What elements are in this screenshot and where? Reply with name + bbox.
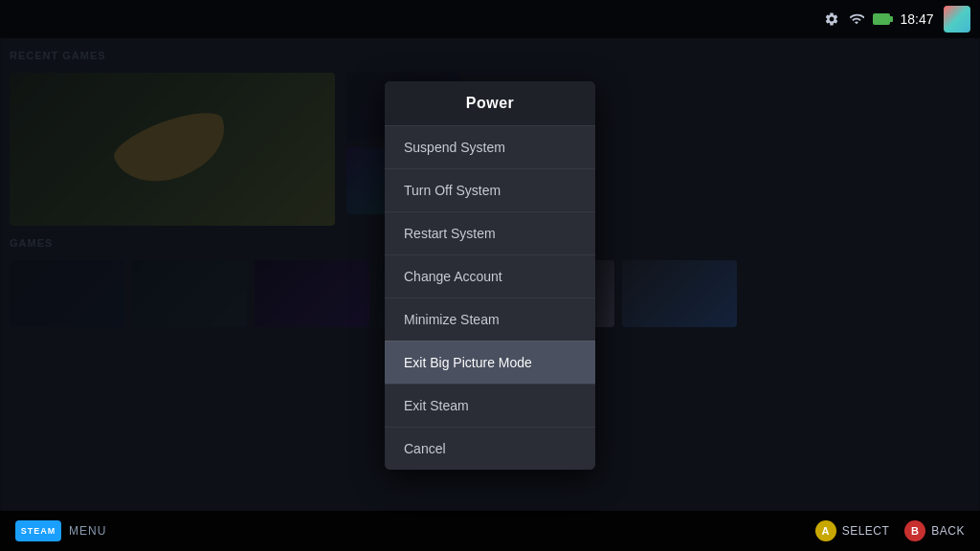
menu-item-exit-big-picture[interactable]: Exit Big Picture Mode bbox=[385, 341, 595, 384]
b-button-icon: B bbox=[904, 520, 925, 541]
menu-item-minimize-steam[interactable]: Minimize Steam bbox=[385, 298, 595, 341]
menu-item-suspend-system[interactable]: Suspend System bbox=[385, 125, 595, 168]
power-menu-title: Power bbox=[385, 81, 595, 125]
action-select: A SELECT bbox=[815, 520, 890, 541]
settings-icon[interactable] bbox=[823, 11, 840, 28]
menu-label: MENU bbox=[69, 524, 106, 538]
action-back: B BACK bbox=[904, 520, 965, 541]
menu-item-restart-system[interactable]: Restart System bbox=[385, 211, 595, 254]
select-label: SELECT bbox=[842, 524, 890, 538]
menu-item-cancel[interactable]: Cancel bbox=[385, 427, 595, 470]
menu-item-change-account[interactable]: Change Account bbox=[385, 254, 595, 298]
bottom-actions: A SELECT B BACK bbox=[815, 520, 965, 541]
menu-item-exit-steam[interactable]: Exit Steam bbox=[385, 384, 595, 427]
back-label: BACK bbox=[931, 524, 965, 538]
steam-badge: STEAM MENU bbox=[15, 520, 106, 541]
steam-logo: STEAM bbox=[15, 520, 61, 541]
user-avatar[interactable] bbox=[944, 6, 970, 33]
power-menu: Power Suspend System Turn Off System Res… bbox=[385, 81, 595, 470]
wifi-icon bbox=[848, 11, 865, 28]
menu-item-turn-off-system[interactable]: Turn Off System bbox=[385, 168, 595, 211]
time-display: 18:47 bbox=[898, 11, 936, 27]
bottom-bar: STEAM MENU A SELECT B BACK bbox=[0, 511, 980, 551]
battery-icon bbox=[873, 11, 890, 28]
a-button-icon: A bbox=[815, 520, 836, 541]
status-bar: 18:47 bbox=[813, 0, 980, 38]
